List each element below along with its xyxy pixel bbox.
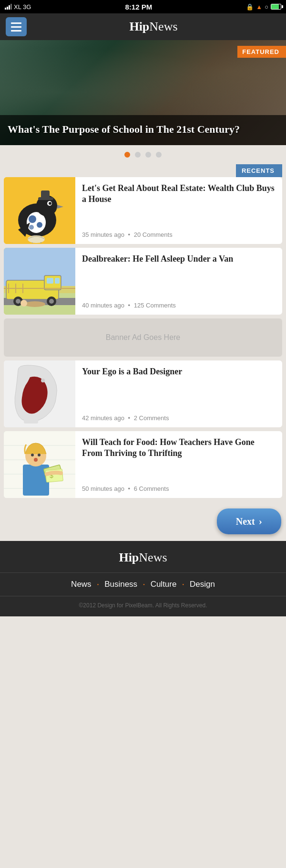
carousel-dots	[0, 145, 286, 164]
svg-point-5	[29, 225, 34, 230]
recents-badge: RECENTS	[236, 164, 282, 177]
meta-dot-3: •	[128, 414, 131, 422]
svg-point-4	[37, 222, 42, 228]
svg-point-33	[20, 300, 27, 307]
title-news: News	[149, 20, 177, 33]
next-arrow-icon: ›	[259, 515, 262, 528]
article-meta-2: 40 minutes ago • 125 Comments	[82, 302, 233, 309]
status-left: XL 3G	[5, 3, 31, 11]
next-label: Next	[236, 516, 255, 527]
menu-line-1	[11, 22, 21, 24]
article-comments-1: 20 Comments	[134, 231, 173, 238]
ad-label: Banner Ad Goes Here	[106, 333, 181, 342]
svg-point-32	[24, 301, 45, 307]
svg-point-46	[34, 458, 38, 462]
article-thumb-3	[4, 360, 75, 427]
pagination-row: Next ›	[0, 502, 286, 541]
ad-banner: Banner Ad Goes Here	[4, 318, 282, 357]
svg-rect-11	[41, 191, 50, 199]
featured-overlay: What's The Purpose of School in The 21st…	[0, 115, 286, 145]
article-card-4[interactable]: $ Will Teach for Food: How Teachers Have…	[4, 431, 282, 498]
featured-title: What's The Purpose of School in The 21st…	[8, 123, 278, 137]
article-card-2[interactable]: Dealbreaker: He Fell Asleep Under a Van …	[4, 248, 282, 315]
carrier-label: XL 3G	[14, 3, 31, 11]
meta-dot-2: •	[128, 302, 131, 309]
article-meta-1: 35 minutes ago • 20 Comments	[82, 231, 276, 238]
footer-nav-business[interactable]: Business	[99, 578, 143, 591]
article-title-4: Will Teach for Food: How Teachers Have G…	[82, 437, 276, 459]
article-title-3: Your Ego is a Bad Designer	[82, 366, 182, 377]
svg-rect-23	[55, 278, 60, 284]
app-title: HipNews	[27, 20, 280, 34]
lock-icon: 🔒	[246, 3, 254, 11]
sync-icon: ○	[265, 3, 268, 11]
article-thumb-4: $	[4, 431, 75, 498]
footer-logo: HipNews	[0, 550, 286, 565]
app-footer: HipNews News • Business • Culture • Desi…	[0, 541, 286, 616]
menu-button[interactable]	[6, 17, 27, 36]
svg-point-44	[31, 454, 34, 456]
status-right: 🔒 ▲ ○	[246, 3, 281, 11]
meta-dot-1: •	[128, 231, 131, 238]
footer-nav-culture[interactable]: Culture	[145, 578, 183, 591]
article-title-2: Dealbreaker: He Fell Asleep Under a Van	[82, 254, 233, 265]
title-hip: Hip	[129, 20, 149, 33]
article-time-4: 50 minutes ago	[82, 485, 124, 492]
article-card-1[interactable]: Let's Get Real About Real Estate: Wealth…	[4, 177, 282, 244]
article-title-1: Let's Get Real About Real Estate: Wealth…	[82, 183, 276, 205]
carousel-dot-2[interactable]	[135, 152, 141, 158]
footer-nav-design[interactable]: Design	[184, 578, 221, 591]
carousel-dot-1[interactable]	[124, 152, 130, 158]
footer-logo-news: News	[139, 550, 167, 564]
article-content-1: Let's Get Real About Real Estate: Wealth…	[75, 177, 282, 244]
svg-rect-22	[47, 278, 53, 284]
article-content-2: Dealbreaker: He Fell Asleep Under a Van …	[75, 248, 240, 315]
svg-point-3	[29, 215, 36, 223]
articles-section: RECENTS	[0, 164, 286, 498]
meta-dot-4: •	[128, 485, 131, 492]
svg-point-25	[16, 299, 20, 304]
article-card-3[interactable]: Your Ego is a Bad Designer 42 minutes ag…	[4, 360, 282, 427]
article-content-4: Will Teach for Food: How Teachers Have G…	[75, 431, 282, 498]
svg-point-8	[49, 202, 51, 205]
battery-icon	[271, 4, 281, 10]
footer-logo-hip: Hip	[119, 550, 139, 564]
footer-nav-news[interactable]: News	[65, 578, 97, 591]
article-comments-3: 2 Comments	[134, 414, 169, 422]
carousel-dot-3[interactable]	[145, 152, 151, 158]
article-time-3: 42 minutes ago	[82, 414, 124, 422]
svg-point-35	[41, 379, 45, 382]
svg-rect-36	[24, 417, 38, 423]
article-thumb-2	[4, 248, 75, 315]
featured-section[interactable]: FEATURED What's The Purpose of School in…	[0, 40, 286, 145]
article-thumb-1	[4, 177, 75, 244]
status-bar: XL 3G 8:12 PM 🔒 ▲ ○	[0, 0, 286, 13]
article-comments-2: 125 Comments	[134, 302, 176, 309]
article-time-1: 35 minutes ago	[82, 231, 124, 238]
signal-bars	[5, 4, 12, 10]
article-meta-4: 50 minutes ago • 6 Comments	[82, 485, 276, 492]
next-button[interactable]: Next ›	[217, 508, 281, 534]
location-icon: ▲	[256, 3, 262, 11]
menu-line-2	[11, 26, 21, 28]
status-time: 8:12 PM	[125, 3, 152, 11]
article-content-3: Your Ego is a Bad Designer 42 minutes ag…	[75, 360, 189, 427]
footer-nav: News • Business • Culture • Design	[0, 572, 286, 596]
svg-point-45	[38, 454, 41, 456]
app-header: HipNews	[0, 13, 286, 40]
svg-point-27	[49, 299, 54, 304]
article-meta-3: 42 minutes ago • 2 Comments	[82, 414, 182, 422]
article-comments-4: 6 Comments	[134, 485, 169, 492]
footer-copyright: ©2012 Design for PixelBeam. All Rights R…	[0, 596, 286, 613]
recents-header: RECENTS	[4, 164, 282, 177]
menu-line-3	[11, 30, 21, 32]
featured-badge: FEATURED	[237, 46, 286, 58]
carousel-dot-4[interactable]	[156, 152, 162, 158]
article-time-2: 40 minutes ago	[82, 302, 124, 309]
